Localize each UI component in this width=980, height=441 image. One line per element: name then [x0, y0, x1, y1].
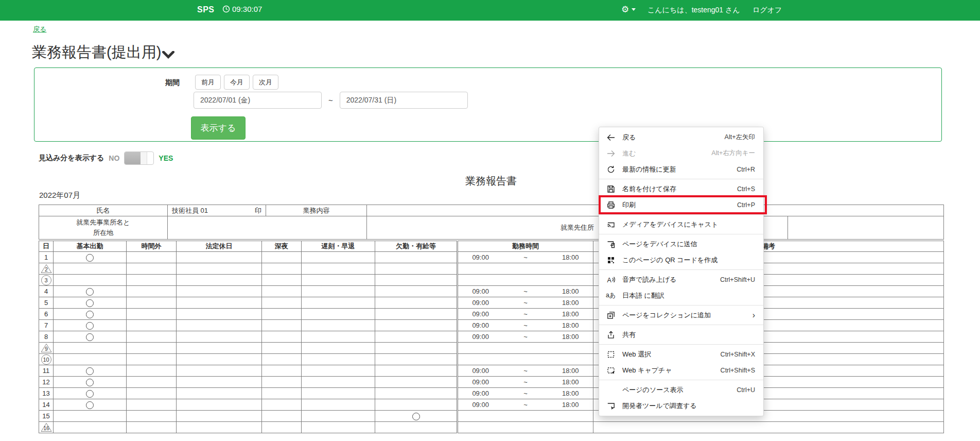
menu-item-label: 音声で読み上げる: [622, 275, 676, 284]
menu-item-cast-media[interactable]: メディアをデバイスにキャスト: [599, 216, 763, 232]
menu-shortcut: Ctrl+P: [737, 201, 755, 209]
basic-attend-cell: [54, 320, 127, 331]
day-cell: 4: [39, 286, 54, 297]
start-time: 09:00: [458, 253, 503, 261]
menu-item-read-aloud[interactable]: A音声で読み上げるCtrl+Shift+U: [599, 272, 763, 287]
late-early-cell: [302, 354, 375, 365]
day-row-5: 509:00~18:00: [39, 297, 944, 309]
forward-arrow-icon: [606, 149, 616, 158]
menu-shortcut: Alt+右方向キー: [711, 149, 755, 158]
svg-text:16: 16: [43, 425, 49, 431]
clock-time: 09:30:07: [232, 5, 262, 13]
name-label-cell: 氏名: [39, 205, 168, 216]
absence-paid-cell: [375, 297, 458, 309]
overtime-cell: [127, 399, 177, 411]
day-cell: 3: [39, 275, 54, 286]
date-to-input[interactable]: [340, 92, 468, 109]
this-month-button[interactable]: 今月: [224, 75, 250, 90]
menu-item-web-select[interactable]: Web 選択Ctrl+Shift+X: [599, 346, 763, 362]
menu-separator: [599, 380, 763, 380]
col-late-early: 遅刻・早退: [302, 241, 375, 252]
menu-item-create-qr[interactable]: このページの QR コードを作成: [599, 252, 763, 268]
absence-paid-cell: [375, 365, 458, 377]
menu-item-view-source[interactable]: ページのソース表示Ctrl+U: [599, 382, 763, 398]
work-time: 09:00~18:00: [458, 321, 593, 329]
svg-text:2: 2: [45, 266, 48, 273]
page-title-text: 業務報告書(提出用): [32, 42, 161, 63]
office-label-line2: 所在地: [93, 229, 113, 236]
menu-item-send-to-device[interactable]: ページをデバイスに送信: [599, 236, 763, 252]
menu-item-translate[interactable]: aあ日本語 に翻訳: [599, 287, 763, 303]
menu-separator: [599, 269, 763, 270]
sunday-circle-mark: 3: [41, 275, 51, 285]
start-time: 09:00: [458, 299, 503, 307]
menu-item-share[interactable]: 共有: [599, 327, 763, 343]
work-time-cell: [458, 343, 593, 354]
page-title: 業務報告書(提出用): [32, 42, 174, 63]
estimate-toggle-switch[interactable]: [124, 151, 154, 165]
work-time-cell: [458, 411, 593, 422]
work-time-cell: 09:00~18:00: [458, 286, 593, 297]
legal-holiday-cell: [177, 252, 262, 263]
late-early-cell: [302, 422, 375, 433]
menu-item-web-capture[interactable]: Web キャプチャCtrl+Shift+S: [599, 362, 763, 378]
menu-item-label: 名前を付けて保存: [622, 184, 676, 194]
day-table-body: 109:00~18:0023409:00~18:00509:00~18:0060…: [39, 252, 944, 433]
qr-code-icon: [606, 256, 616, 264]
sunday-circle-mark: 10: [41, 354, 51, 365]
next-month-button[interactable]: 次月: [253, 75, 278, 90]
estimate-toggle-label: 見込み分を表示する: [39, 154, 104, 163]
day-row-9: 9: [39, 343, 944, 354]
menu-item-back[interactable]: 戻るAlt+左矢印: [599, 129, 763, 145]
menu-shortcut: Alt+左矢印: [725, 133, 755, 142]
date-from-input[interactable]: [194, 92, 322, 109]
menu-item-add-to-collections[interactable]: ページをコレクションに追加›: [599, 307, 763, 323]
menu-item-label: ページをコレクションに追加: [622, 311, 711, 320]
col-absence-paid: 欠勤・有給等: [375, 241, 458, 252]
work-time-cell: 09:00~18:00: [458, 320, 593, 331]
show-button[interactable]: 表示する: [191, 116, 246, 140]
work-time-cell: 09:00~18:00: [458, 399, 593, 411]
period-label: 期間: [165, 78, 180, 88]
late-early-cell: [302, 365, 375, 377]
day-row-8: 809:00~18:00: [39, 331, 944, 343]
midnight-cell: [262, 263, 302, 275]
prev-month-button[interactable]: 前月: [195, 75, 221, 90]
midnight-cell: [262, 377, 302, 388]
late-early-cell: [302, 263, 375, 275]
devtools-icon: [606, 401, 616, 410]
basic-attend-cell: [54, 411, 127, 422]
menu-shortcut: Ctrl+U: [737, 386, 755, 394]
menu-item-label: 印刷: [622, 200, 636, 210]
menu-item-save-as[interactable]: 名前を付けて保存Ctrl+S: [599, 181, 763, 197]
back-link[interactable]: 戻る: [33, 25, 46, 34]
day-row-6: 609:00~18:00: [39, 309, 944, 320]
gear-icon: ⚙: [621, 4, 629, 15]
attendance-circle: [86, 322, 94, 330]
period-panel: 期間 前月 今月 次月 ~ 表示する: [34, 67, 942, 142]
work-time-cell: [458, 263, 593, 275]
time-tilde: ~: [503, 299, 548, 307]
overtime-cell: [127, 275, 177, 286]
seal-label: 印: [255, 206, 261, 215]
title-chevron-down-icon[interactable]: [162, 51, 174, 59]
absence-paid-cell: [375, 252, 458, 263]
late-early-cell: [302, 388, 375, 399]
basic-attend-cell: [54, 399, 127, 411]
menu-separator: [599, 305, 763, 306]
col-work-time: 勤務時間: [458, 241, 593, 252]
settings-menu-button[interactable]: ⚙: [621, 4, 636, 15]
report-title: 業務報告書: [39, 174, 943, 188]
logoff-link[interactable]: ログオフ: [752, 6, 782, 15]
legal-holiday-cell: [177, 422, 262, 433]
midnight-cell: [262, 388, 302, 399]
day-row-4: 409:00~18:00: [39, 286, 944, 297]
day-row-14: 1409:00~18:00: [39, 399, 944, 411]
menu-item-refresh[interactable]: 最新の情報に更新Ctrl+R: [599, 161, 763, 177]
saturday-triangle-mark: 2: [41, 264, 52, 274]
work-time-cell: 09:00~18:00: [458, 297, 593, 309]
server-clock: 09:30:07: [222, 5, 262, 13]
end-time: 18:00: [548, 287, 593, 295]
menu-item-inspect-devtools[interactable]: 開発者ツールで調査する: [599, 398, 763, 414]
menu-item-print[interactable]: 印刷Ctrl+P: [599, 197, 763, 213]
